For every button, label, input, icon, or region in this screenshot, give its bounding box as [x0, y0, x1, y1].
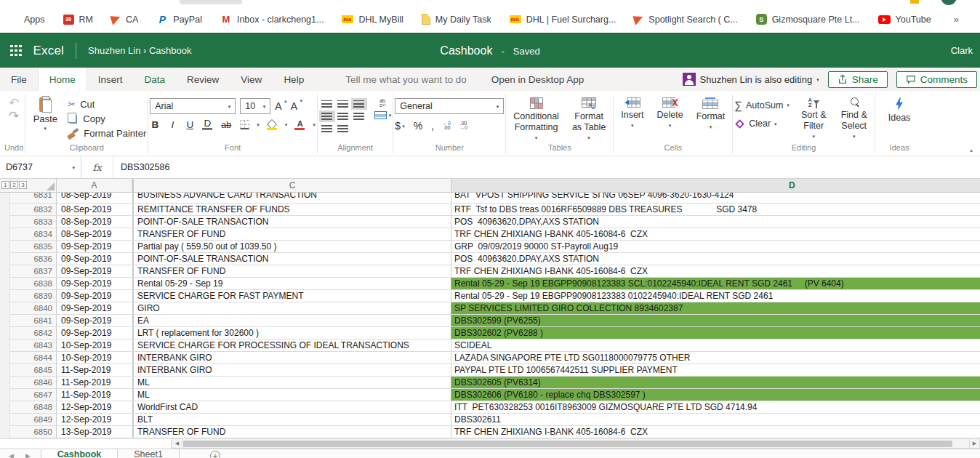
cell-date[interactable]: 09-Sep-2019: [57, 302, 132, 314]
cell-detail[interactable]: SCIDEAL: [451, 340, 980, 351]
cell-description[interactable]: SERVICE CHARGE FOR FAST PAYMENT: [132, 290, 451, 302]
row-header[interactable]: 6844: [10, 352, 57, 363]
row-header[interactable]: 6831: [10, 193, 57, 203]
cell-date[interactable]: 11-Sep-2019: [57, 377, 132, 388]
align-bottom-button[interactable]: [351, 98, 367, 110]
row-header[interactable]: 6834: [10, 228, 57, 240]
cell-description[interactable]: REMITTANCE TRANSFER OF FUNDS: [132, 204, 451, 215]
paste-button[interactable]: Paste ▾: [27, 97, 63, 143]
cell-description[interactable]: BLT: [132, 414, 451, 425]
outline-level-2[interactable]: 2: [10, 181, 18, 189]
cell-date[interactable]: 12-Sep-2019: [57, 414, 132, 425]
cell-date[interactable]: 10-Sep-2019: [57, 340, 132, 351]
ribbon-tab-help[interactable]: Help: [273, 68, 315, 91]
align-center-button[interactable]: [335, 111, 351, 122]
ribbon-tab-file[interactable]: File: [0, 68, 38, 91]
comma-style-button[interactable]: ,: [431, 120, 434, 132]
cell-date[interactable]: 09-Sep-2019: [57, 290, 132, 302]
row-header[interactable]: 6839: [10, 290, 57, 302]
bookmark-item[interactable]: Apps: [9, 15, 45, 25]
bold-button[interactable]: B: [150, 119, 160, 130]
cell-description[interactable]: ML: [132, 389, 451, 401]
cut-button[interactable]: ✂ Cut: [68, 98, 146, 110]
cell-description[interactable]: Rental 05-29 - Sep 19: [132, 278, 451, 289]
cell-description[interactable]: ML: [132, 377, 451, 388]
sheet-tab-cashbook[interactable]: Cashbook: [41, 449, 118, 458]
double-underline-button[interactable]: D: [202, 119, 212, 130]
bookmarks-overflow-chevron[interactable]: »: [954, 14, 959, 25]
tell-me-box[interactable]: Tell me what you want to do: [345, 68, 467, 91]
wrap-text-button[interactable]: abc↵: [379, 99, 386, 107]
row-header[interactable]: 6840: [10, 302, 57, 314]
cell-description[interactable]: BUSINESS ADVANCE CARD TRANSACTION: [132, 193, 451, 203]
cell-date[interactable]: 09-Sep-2019: [57, 278, 132, 289]
cell-detail[interactable]: RTF Tsf to DBS treas 0016RF6509889 DBS T…: [451, 204, 980, 215]
align-middle-button[interactable]: [335, 98, 351, 110]
scrollbar-track[interactable]: [182, 439, 969, 449]
undo-icon[interactable]: ↶: [9, 98, 19, 108]
column-header-a[interactable]: A: [57, 179, 132, 192]
decrease-decimal-button[interactable]: .00→0: [459, 121, 467, 130]
sheet-nav-left-icon[interactable]: ◀: [9, 451, 14, 458]
fill-color-dropdown[interactable]: ▾: [285, 122, 288, 127]
bookmark-item[interactable]: DHLDHL MyBill: [342, 15, 403, 25]
scrollbar-thumb[interactable]: [183, 441, 952, 447]
find-select-button[interactable]: Find & Select▾: [835, 97, 873, 143]
bookmark-item[interactable]: PPayPal: [156, 14, 202, 25]
row-header[interactable]: 6848: [10, 401, 57, 413]
cell-date[interactable]: 09-Sep-2019: [57, 265, 132, 277]
row-header[interactable]: 6836: [10, 253, 57, 265]
open-in-desktop-button[interactable]: Open in Desktop App: [491, 68, 585, 91]
currency-button[interactable]: $▾: [395, 120, 404, 132]
redo-icon[interactable]: ↷: [9, 111, 19, 121]
cell-detail[interactable]: TRF CHEN ZHIXIANG I-BANK 405-16084-6 CZX: [451, 265, 980, 277]
add-sheet-icon[interactable]: +: [210, 451, 220, 458]
sheet-tab-sheet1[interactable]: Sheet1: [118, 449, 180, 458]
column-header-c[interactable]: C: [132, 179, 451, 192]
cell-description[interactable]: INTERBANK GIRO: [132, 352, 451, 363]
cell-description[interactable]: POINT-OF-SALE TRANSACTION: [132, 253, 451, 265]
cell-date[interactable]: 09-Sep-2019: [57, 327, 132, 339]
bookmark-item[interactable]: SGizmosquare Pte Lt...: [756, 14, 860, 25]
cell-description[interactable]: EA: [132, 315, 451, 326]
copy-button[interactable]: Copy: [68, 113, 146, 124]
font-color-icon[interactable]: A: [294, 120, 305, 130]
row-header[interactable]: 6832: [10, 204, 57, 215]
bookmark-item[interactable]: MInbox - clarkcheng1...: [220, 14, 324, 25]
cell-description[interactable]: LRT ( replacement for 302600 ): [132, 327, 451, 339]
decrease-indent-button[interactable]: ←: [319, 123, 335, 134]
font-size-combo[interactable]: 10▾: [240, 98, 270, 114]
cell-date[interactable]: 09-Sep-2019: [57, 253, 132, 265]
breadcrumb[interactable]: Shuzhen Lin › Cashbook: [88, 45, 191, 56]
bookmark-item[interactable]: Spotlight Search ( C...: [634, 15, 737, 25]
scroll-right-icon[interactable]: ▶: [969, 439, 980, 449]
row-header[interactable]: 6842: [10, 327, 57, 339]
app-name[interactable]: Excel: [33, 44, 65, 58]
cell-detail[interactable]: SP SERVICES LIMITED GIRO COLLECTION 8934…: [451, 302, 980, 314]
cell-description[interactable]: TRANSFER OF FUND: [132, 426, 451, 438]
collapse-ribbon-icon[interactable]: ▴: [970, 147, 973, 153]
cell-detail[interactable]: POS 40963620,DPAY,AXS STATION: [451, 216, 980, 228]
app-launcher-icon[interactable]: [10, 45, 22, 57]
cell-detail[interactable]: Rental 05-29 - Sep 19 EBGPP90908123383 S…: [451, 278, 980, 289]
cell-detail[interactable]: POS 40963620,DPAY,AXS STATION: [451, 253, 980, 265]
bookmark-item[interactable]: DHLDHL | Fuel Surcharg...: [510, 15, 616, 25]
italic-button[interactable]: I: [167, 119, 177, 130]
row-header[interactable]: 6847: [10, 389, 57, 401]
cell-detail[interactable]: PAYPAL PTE LTD 1006567442511 SUPPLIER PA…: [451, 364, 980, 376]
cell-date[interactable]: 08-Sep-2019: [57, 216, 132, 228]
signed-in-user[interactable]: Clark: [951, 45, 980, 56]
cell-date[interactable]: 08-Sep-2019: [57, 228, 132, 240]
cell-date[interactable]: 12-Sep-2019: [57, 401, 132, 413]
coauthor-indicator[interactable]: Shuzhen Lin is also editing ▾: [683, 73, 819, 86]
cell-description[interactable]: Partial pay ( 559.50 out of 1039.50 ): [132, 241, 451, 252]
row-header[interactable]: 6841: [10, 315, 57, 326]
cell-date[interactable]: 10-Sep-2019: [57, 352, 132, 363]
cell-description[interactable]: INTERBANK GIRO: [132, 364, 451, 376]
cell-description[interactable]: POINT-OF-SALE TRANSACTION: [132, 216, 451, 228]
autosum-button[interactable]: ∑ AutoSum ▾: [734, 99, 790, 111]
bookmark-item[interactable]: 38RM: [63, 15, 93, 25]
cell-description[interactable]: SERVICE CHARGE FOR PROCESSING OF IDEAL T…: [132, 340, 451, 351]
cell-detail[interactable]: ITT PET630328253 0016IT8963009 GIZMOSQUA…: [451, 401, 980, 413]
row-header[interactable]: 6838: [10, 278, 57, 289]
